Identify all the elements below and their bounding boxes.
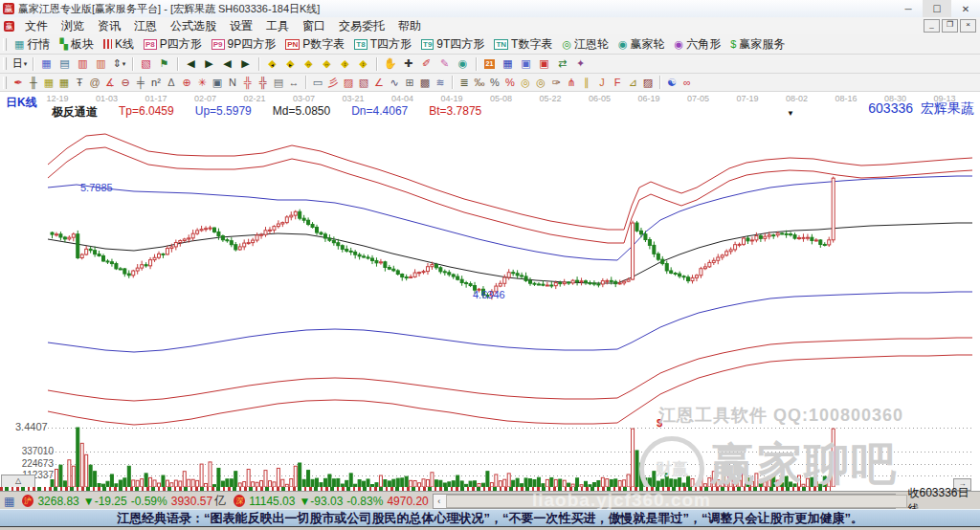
menu-item-江恩[interactable]: 江恩	[127, 17, 164, 35]
hatch-icon[interactable]: ╫	[26, 76, 41, 90]
ray-icon[interactable]: ⊿	[625, 76, 640, 90]
shade-box-icon[interactable]: ▨	[341, 76, 356, 90]
next-page-icon[interactable]: ▶	[236, 56, 255, 72]
horizontal-scrollbar[interactable]: ‹ ›	[433, 494, 896, 509]
expand-y-icon[interactable]: ◆↕	[336, 56, 354, 72]
scroll-left-arrow[interactable]: ‹	[434, 496, 445, 507]
prev-page-icon[interactable]: ◀	[218, 56, 236, 72]
apex-icon[interactable]: Δ	[164, 76, 179, 90]
close-button[interactable]: ✕	[951, 0, 980, 17]
toolbar-button-P数字表[interactable]: PNP数字表	[281, 35, 350, 54]
extend-icon[interactable]: ↔	[286, 76, 301, 90]
zigzag-icon[interactable]: ∿	[387, 76, 402, 90]
menu-item-窗口[interactable]: 窗口	[296, 17, 332, 35]
chart-style-icon[interactable]: ▦	[37, 56, 56, 72]
info-panel-icon[interactable]: ▤	[56, 56, 74, 72]
angle-icon[interactable]: ∡	[102, 76, 118, 90]
grid-lines-icon[interactable]: ╪	[133, 76, 148, 90]
toolbar-button-板块[interactable]: ▚板块	[56, 35, 99, 54]
toolbar-button-行情[interactable]: ▦行情	[11, 35, 56, 54]
grid-icon[interactable]: ▤	[271, 76, 286, 90]
hand-tool-icon[interactable]: ✋	[381, 56, 399, 72]
marker-tool-icon[interactable]: ✎	[435, 56, 454, 72]
maximize-button[interactable]: ☐	[923, 0, 951, 17]
flag-icon[interactable]: ⚑	[155, 56, 173, 72]
rect-tool-icon[interactable]: ▭	[310, 76, 325, 90]
menu-item-浏览[interactable]: 浏览	[55, 17, 91, 35]
expand-x-icon[interactable]: ◆↔	[300, 56, 318, 72]
measure-icon[interactable]: ✑	[548, 76, 564, 90]
crosshair-icon[interactable]: ✚	[399, 56, 417, 72]
hollow-candle-icon[interactable]: ⇕▾	[110, 56, 128, 72]
gann-box-icon[interactable]: ▦	[41, 76, 56, 90]
calendar-icon[interactable]: 21	[480, 56, 499, 72]
star-icon[interactable]: ✳	[194, 76, 210, 90]
close-box-icon[interactable]: ▧	[137, 56, 155, 72]
shade-box2-icon[interactable]: ▧	[356, 76, 371, 90]
grid-dense-icon[interactable]: ▩	[417, 76, 433, 90]
brush-icon[interactable]: ✒	[11, 76, 26, 90]
minimize-button[interactable]: ─	[894, 0, 923, 17]
toolbar-button-9T四方形[interactable]: T99T四方形	[417, 35, 490, 54]
square-nine-icon[interactable]: n²	[148, 76, 164, 90]
toolbar-button-六角形[interactable]: ◉六角形	[671, 35, 727, 54]
toolbar-button-K线[interactable]: K线	[100, 35, 140, 54]
export-icon[interactable]: ⇄	[553, 56, 571, 72]
calculator-icon[interactable]: ▦	[499, 56, 517, 72]
j-line-icon[interactable]: J	[594, 76, 610, 90]
angle-tool-icon[interactable]: ✐	[417, 56, 435, 72]
gann-grid-icon[interactable]: ╬	[240, 76, 256, 90]
chevron-down-icon[interactable]: ▼	[787, 109, 794, 118]
x-pattern-icon[interactable]: ▨	[640, 76, 656, 90]
percent-red-icon[interactable]: %	[502, 76, 518, 90]
fractal-icon[interactable]: Ν	[225, 76, 240, 90]
spiral-icon[interactable]: @	[87, 76, 102, 90]
save-note-icon[interactable]: ▣	[517, 56, 535, 72]
yinyang-icon[interactable]: ☯	[664, 76, 679, 90]
toolbar-button-赢家服务[interactable]: $赢家服务	[726, 35, 791, 54]
t-line-icon[interactable]: Ŧ	[72, 76, 87, 90]
toolbar-button-P四方形[interactable]: P8P四方形	[140, 35, 208, 54]
slant-lines-icon[interactable]: ≋	[433, 76, 448, 90]
menu-item-公式选股[interactable]: 公式选股	[164, 17, 223, 35]
toolbar-button-T四方形[interactable]: T8T四方形	[350, 35, 417, 54]
toolbar-button-T数字表[interactable]: TNT数字表	[490, 35, 558, 54]
gann-box2-icon[interactable]: ▦	[56, 76, 72, 90]
zoom-out-icon[interactable]: ◆◂	[263, 56, 281, 72]
zoom-in-icon[interactable]: ◆▸	[281, 56, 300, 72]
menu-item-文件[interactable]: 文件	[18, 17, 55, 35]
ellipse-icon[interactable]: ⊖	[118, 76, 133, 90]
toolbar-button-江恩轮[interactable]: ◎江恩轮	[558, 35, 614, 54]
period-selector[interactable]: 日▾	[11, 56, 29, 72]
image-box-icon[interactable]: ▣	[210, 76, 225, 90]
grid-plus-icon[interactable]: ⊞	[402, 76, 417, 90]
mdi-minimize-button[interactable]: _	[924, 19, 940, 33]
circle-cross-icon[interactable]: ⊕	[179, 76, 194, 90]
trend-line-icon[interactable]: ∠	[371, 76, 387, 90]
levels-icon[interactable]: ≣	[457, 76, 472, 90]
percent-icon[interactable]: %	[487, 76, 502, 90]
menu-item-设置[interactable]: 设置	[223, 17, 259, 35]
menu-item-帮助[interactable]: 帮助	[391, 17, 428, 35]
gold-circle-icon[interactable]: ◎	[518, 76, 533, 90]
menu-item-资讯[interactable]: 资讯	[91, 17, 127, 35]
toolbar-button-9P四方形[interactable]: P99P四方形	[208, 35, 281, 54]
last-page-icon[interactable]: ▶	[200, 56, 218, 72]
gann-grid2-icon[interactable]: ╬	[256, 76, 271, 90]
mdi-close-button[interactable]: ×	[960, 19, 976, 33]
f-line-icon[interactable]: F	[610, 76, 625, 90]
menu-item-工具[interactable]: 工具	[259, 17, 296, 35]
scrollbar-thumb[interactable]	[446, 495, 907, 508]
gold-circle2-icon[interactable]: ◎	[533, 76, 548, 90]
infinity-icon[interactable]: ∞	[679, 76, 695, 90]
mdi-restore-button[interactable]: ❐	[942, 19, 958, 33]
red-bars-icon[interactable]: ▥	[74, 56, 92, 72]
menu-item-交易委托[interactable]: 交易委托	[332, 17, 391, 35]
tools-icon[interactable]: ✦	[571, 56, 590, 72]
red-bars2-icon[interactable]: ▥	[92, 56, 110, 72]
compress-y-icon[interactable]: ◆↕	[354, 56, 372, 72]
keyboard-grid-icon[interactable]: ▦	[4, 495, 14, 508]
first-page-icon[interactable]: ◀	[182, 56, 200, 72]
retrace-icon[interactable]: ‰	[472, 76, 487, 90]
toolbar-button-赢家轮[interactable]: ◉赢家轮	[614, 35, 671, 54]
